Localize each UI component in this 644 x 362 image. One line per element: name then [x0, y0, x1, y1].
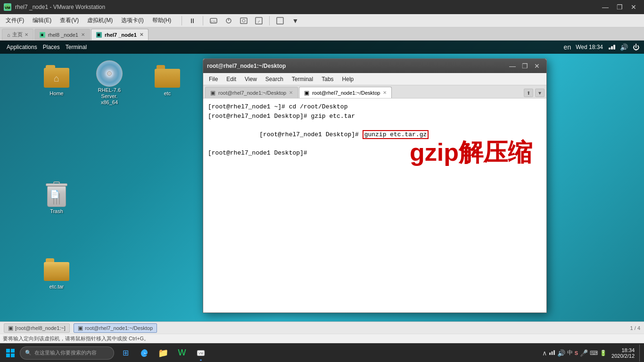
term-tab-2[interactable]: ▣ root@rhel7_node1:~/Desktop ✕: [299, 87, 392, 98]
taskbar-search-bar[interactable]: 🔍 在这里输入你要搜索的内容: [20, 346, 114, 360]
systray-ime-cn[interactable]: 中: [567, 349, 573, 357]
rhel8-tab-label: rhel8 _node1: [48, 32, 78, 38]
menu-tabs[interactable]: 选项卡(I): [117, 16, 147, 25]
term-menu-terminal[interactable]: Terminal: [288, 75, 317, 83]
show-desktop-button[interactable]: [639, 345, 642, 362]
vmware-statusbar: ▣ [root@rhel8_node1:~] ▣ root@rhel7_node…: [0, 321, 644, 334]
desktop-icon-etctar[interactable]: etc.tar: [38, 256, 75, 290]
terminal-minimize-button[interactable]: —: [507, 61, 518, 71]
taskbar-clock[interactable]: 18:34 2020/2/12: [610, 347, 636, 359]
terminal-close-button[interactable]: ✕: [531, 61, 543, 71]
vmware-icon: VM: [4, 3, 11, 11]
toolbar-send-ctrlaltdel[interactable]: CTL: [207, 16, 220, 26]
power-icon[interactable]: ⏻: [633, 43, 639, 51]
close-button[interactable]: ✕: [627, 0, 640, 14]
svg-point-7: [242, 19, 245, 22]
toolbar-more[interactable]: ▼: [289, 16, 302, 26]
term-menu-edit[interactable]: Edit: [223, 75, 240, 83]
toolbar-settings[interactable]: [273, 16, 287, 26]
systray-keyboard[interactable]: ⌨: [590, 350, 598, 356]
toolbar-pause[interactable]: ⏸: [186, 16, 199, 26]
maximize-button[interactable]: ❐: [613, 0, 626, 14]
term-tab-1[interactable]: ▣ root@rhel7_node1:~/Desktop ✕: [205, 87, 298, 98]
rhel7-tab-icon: ▣: [96, 32, 102, 38]
svg-text:CTL: CTL: [211, 20, 217, 23]
term-menu-search[interactable]: Search: [262, 75, 287, 83]
home-tab-close[interactable]: ✕: [25, 32, 28, 37]
menu-file[interactable]: 文件(F): [2, 16, 28, 25]
desktop-icon-trash[interactable]: 📄 Trash: [38, 181, 75, 215]
volume-icon[interactable]: 🔊: [620, 43, 628, 51]
term-tab-1-icon: ▣: [210, 90, 215, 96]
gzip-annotation: gzip解压缩: [410, 136, 532, 169]
etc-icon-label: etc: [162, 90, 173, 97]
svg-rect-6: [240, 18, 247, 24]
systray-battery[interactable]: 🔋: [600, 350, 607, 356]
gnome-terminal-menu[interactable]: Terminal: [64, 43, 89, 51]
cd-icon-label: RHEL-7.6 Server.x86_64: [91, 87, 128, 107]
term-dropdown-button[interactable]: ▼: [535, 89, 545, 97]
rhel7-tab-close[interactable]: ✕: [140, 32, 143, 37]
tab-rhel7-node1[interactable]: ▣ rhel7 _node1 ✕: [91, 29, 149, 40]
toolbar-power[interactable]: [222, 16, 235, 26]
title-bar-title: rhel7 _node1 - VMware Workstation: [15, 4, 105, 10]
systray-mic[interactable]: 🎤: [580, 349, 588, 357]
menu-vm[interactable]: 虚拟机(M): [83, 16, 116, 25]
desktop-icon-etc[interactable]: etc: [149, 63, 186, 97]
svg-rect-17: [11, 354, 15, 357]
taskbar-app-task-view[interactable]: ⊞: [117, 345, 134, 362]
gnome-clock: Wed 18:34: [576, 44, 603, 50]
toolbar-snapshot[interactable]: [237, 16, 250, 26]
menu-view[interactable]: 查看(V): [56, 16, 83, 25]
status-vm2-badge[interactable]: ▣ root@rhel7_node1:~/Desktop: [74, 323, 157, 333]
minimize-button[interactable]: —: [599, 0, 612, 14]
menu-help[interactable]: 帮助(H): [149, 16, 175, 25]
taskbar-app-explorer[interactable]: 📁: [155, 345, 172, 362]
trash-icon-label: Trash: [48, 207, 65, 215]
terminal-window: root@rhel7_node1:~/Desktop — ❐ ✕ File Ed…: [203, 58, 547, 313]
rhel8-tab-close[interactable]: ✕: [81, 32, 85, 37]
menu-edit[interactable]: 编辑(E): [29, 16, 55, 25]
desktop-icon-home[interactable]: ⌂ Home: [38, 63, 75, 97]
systray-network[interactable]: [549, 349, 555, 357]
toolbar-fullscreen[interactable]: ⤢: [252, 16, 265, 26]
term-scroll-up-button[interactable]: ⬆: [524, 89, 533, 97]
vmware-menubar: 文件(F) 编辑(E) 查看(V) 虚拟机(M) 选项卡(I) 帮助(H) ⏸ …: [0, 14, 644, 27]
gnome-topbar-left: Applications Places Terminal: [5, 43, 89, 51]
term-menu-tabs[interactable]: Tabs: [318, 75, 337, 83]
home-symbol: ⌂: [54, 73, 59, 84]
terminal-maximize-button[interactable]: ❐: [519, 61, 530, 71]
tab-rhel8-node1[interactable]: ▣ rhel8 _node1 ✕: [34, 29, 90, 40]
locale-indicator[interactable]: en: [564, 43, 571, 51]
title-bar: VM rhel7 _node1 - VMware Workstation — ❐…: [0, 0, 644, 14]
systray-volume[interactable]: 🔊: [557, 349, 565, 357]
home-tab-icon: ⌂: [7, 32, 10, 38]
network-icon[interactable]: [608, 43, 615, 52]
toolbar: ⏸ CTL ⤢ ▼: [180, 16, 302, 26]
term-tab-2-icon: ▣: [304, 90, 309, 96]
cd-hole: [107, 71, 112, 76]
rhel-desktop: Applications Places Terminal en Wed 18:3…: [0, 41, 644, 321]
term-line-1: [root@rhel7_node1 ~]# cd /root/Desktop: [208, 102, 542, 112]
term-tab-1-close[interactable]: ✕: [289, 90, 293, 95]
gnome-places-menu[interactable]: Places: [41, 43, 62, 51]
term-menu-help[interactable]: Help: [339, 75, 358, 83]
terminal-body[interactable]: [root@rhel7_node1 ~]# cd /root/Desktop […: [203, 99, 546, 313]
term-menu-view[interactable]: View: [241, 75, 261, 83]
gnome-applications-menu[interactable]: Applications: [5, 43, 39, 51]
taskbar-app-word[interactable]: W: [173, 345, 190, 362]
desktop-icon-rhel-cd[interactable]: RHEL-7.6 Server.x86_64: [91, 60, 128, 107]
systray-expand[interactable]: ∧: [542, 349, 547, 357]
term-menu-file[interactable]: File: [205, 75, 222, 83]
start-button[interactable]: [2, 345, 19, 362]
taskbar-app-edge[interactable]: [136, 345, 153, 362]
taskbar-time: 18:34: [621, 347, 635, 353]
gnome-topbar-right: en Wed 18:34 🔊 ⏻: [564, 43, 639, 52]
system-tray: ∧ 🔊 中 S 🎤 ⌨ 🔋: [542, 349, 607, 357]
tab-home[interactable]: ⌂ 主页 ✕: [2, 29, 33, 40]
term-tab-2-close[interactable]: ✕: [383, 90, 387, 95]
systray-sougou[interactable]: S: [575, 350, 578, 356]
status-vm1-badge[interactable]: ▣ [root@rhel8_node1:~]: [4, 323, 70, 333]
svg-rect-21: [551, 352, 553, 355]
taskbar-app-vmware[interactable]: VM: [192, 345, 209, 362]
